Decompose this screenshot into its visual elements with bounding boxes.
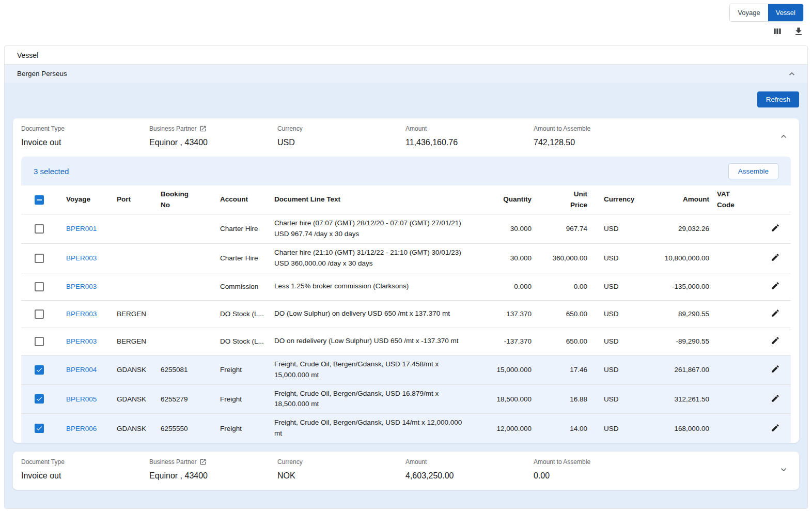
vessel-panel: Vessel Bergen Perseus Refresh Document T… [4, 45, 808, 509]
edit-icon[interactable] [771, 223, 780, 233]
expand-document-icon[interactable] [778, 464, 789, 475]
cell-unit-price: 17.46 [536, 366, 591, 374]
vessel-toggle-button[interactable]: Vessel [768, 4, 803, 21]
voyage-link[interactable]: BPER004 [66, 366, 97, 374]
edit-icon[interactable] [771, 423, 780, 432]
header-document-line-text: Document Line Text [267, 194, 475, 205]
collapse-vessel-icon[interactable] [787, 69, 797, 79]
cell-port: BERGEN [109, 310, 153, 318]
open-in-new-icon[interactable] [199, 458, 207, 466]
edit-icon[interactable] [771, 394, 780, 403]
assemble-button[interactable]: Assemble [728, 163, 778, 179]
vessel-group-header[interactable]: Bergen Perseus [5, 64, 807, 83]
cell-currency: USD [591, 225, 637, 233]
cell-port: GDANSK [109, 395, 153, 403]
document-type-field: Document Type Invoice out [21, 125, 149, 147]
amount-to-assemble-field: Amount to Assemble 742,128.50 [534, 125, 662, 147]
cell-quantity: -137.370 [475, 337, 536, 345]
table-row: BPER005GDANSK6255279FreightFreight, Crud… [21, 385, 791, 414]
currency-label: Currency [277, 458, 405, 466]
cell-voyage: BPER003 [58, 283, 109, 290]
select-all-checkbox[interactable] [35, 195, 44, 205]
cell-amount: -89,290.55 [637, 337, 713, 345]
voyage-link[interactable]: BPER001 [66, 225, 97, 233]
cell-unit-price: 360,000.00 [536, 254, 591, 262]
document-lines-panel: 3 selected Assemble Voyage Port Booking … [21, 157, 791, 443]
amount-field: Amount 4,603,250.00 [405, 458, 534, 481]
voyage-link[interactable]: BPER003 [66, 310, 97, 318]
collapse-document-icon[interactable] [778, 131, 789, 142]
table-row: BPER003CommissionLess 1.25% broker commi… [21, 273, 791, 301]
voyage-toggle-button[interactable]: Voyage [730, 4, 768, 21]
cell-quantity: 0.000 [475, 283, 536, 290]
open-in-new-icon[interactable] [199, 125, 207, 132]
cell-voyage: BPER003 [58, 254, 109, 262]
cell-unit-price: 14.00 [536, 425, 591, 432]
cell-quantity: 18,500.000 [475, 395, 536, 403]
voyage-link[interactable]: BPER005 [66, 395, 97, 403]
cell-account: DO Stock (L... [212, 310, 267, 318]
row-checkbox[interactable] [35, 337, 44, 346]
table-row: BPER003Charter HireCharter hire (21:10 (… [21, 244, 791, 273]
table-row: BPER003BERGENDO Stock (L...DO on redeliv… [21, 328, 791, 355]
row-checkbox[interactable] [35, 309, 44, 319]
voyage-link[interactable]: BPER003 [66, 283, 97, 290]
cell-port: BERGEN [109, 337, 153, 345]
cell-line-text: Charter hire (21:10 (GMT) 31/12/22 - 21:… [267, 244, 475, 273]
table-row: BPER001Charter HireCharter hire (07:07 (… [21, 214, 791, 244]
document-type-label: Document Type [21, 125, 149, 132]
edit-icon[interactable] [771, 281, 780, 290]
table-actions [772, 26, 804, 37]
row-checkbox[interactable] [35, 254, 44, 263]
edit-icon[interactable] [771, 253, 780, 262]
cell-booking-no: 6255081 [153, 366, 212, 374]
cell-unit-price: 650.00 [536, 310, 591, 318]
cell-account: Commission [212, 283, 267, 290]
header-vat-code: VAT Code [713, 189, 760, 211]
amount-to-assemble-label: Amount to Assemble [534, 125, 662, 132]
table-row: BPER006GDANSK6255550FreightFreight, Crud… [21, 414, 791, 443]
cell-account: DO Stock (L... [212, 337, 267, 345]
cell-line-text: Freight, Crude Oil, Bergen/Gdansk, USD 1… [267, 355, 475, 384]
top-bar: Voyage Vessel [0, 0, 812, 45]
table-row: BPER004GDANSK6255081FreightFreight, Crud… [21, 355, 791, 385]
cell-line-text: DO on redelivery (Low Sulphur) USD 650 /… [267, 332, 475, 350]
header-account: Account [212, 194, 267, 205]
cell-quantity: 12,000.000 [475, 425, 536, 432]
row-checkbox[interactable] [35, 394, 44, 404]
cell-amount: -135,000.00 [637, 283, 713, 290]
selection-toolbar: 3 selected Assemble [21, 157, 791, 185]
edit-icon[interactable] [771, 336, 780, 345]
cell-currency: USD [591, 283, 637, 290]
business-partner-label: Business Partner [149, 458, 196, 466]
document-card-usd: Document Type Invoice out Business Partn… [13, 118, 799, 443]
cell-voyage: BPER006 [58, 425, 109, 432]
header-amount: Amount [637, 194, 713, 205]
refresh-button[interactable]: Refresh [757, 91, 799, 107]
row-checkbox[interactable] [35, 224, 44, 234]
row-checkbox[interactable] [35, 365, 44, 375]
cell-line-text: Less 1.25% broker commission (Clarksons) [267, 277, 475, 296]
cell-line-text: Freight, Crude Oil, Bergen/Gdansk, USD 1… [267, 414, 475, 443]
document-type-value: Invoice out [21, 138, 149, 147]
download-icon[interactable] [793, 26, 804, 37]
header-currency: Currency [591, 194, 637, 205]
voyage-link[interactable]: BPER003 [66, 254, 97, 262]
edit-icon[interactable] [771, 308, 780, 318]
edit-icon[interactable] [771, 364, 780, 374]
cell-account: Charter Hire [212, 254, 267, 262]
row-checkbox[interactable] [35, 282, 44, 291]
voyage-link[interactable]: BPER003 [66, 337, 97, 345]
selection-count: 3 selected [34, 167, 69, 176]
cell-line-text: DO (Low Sulphur) on delivery USD 650 /mt… [267, 305, 475, 323]
cell-voyage: BPER005 [58, 395, 109, 403]
business-partner-field: Business Partner Equinor , 43400 [149, 125, 277, 147]
row-checkbox[interactable] [35, 424, 44, 433]
cell-voyage: BPER003 [58, 310, 109, 318]
voyage-link[interactable]: BPER006 [66, 425, 97, 432]
header-port: Port [109, 194, 153, 205]
cell-account: Charter Hire [212, 225, 267, 233]
document-lines-table: Voyage Port Booking No Account Document … [21, 185, 791, 443]
columns-icon[interactable] [772, 26, 783, 37]
header-booking-no: Booking No [153, 189, 212, 211]
